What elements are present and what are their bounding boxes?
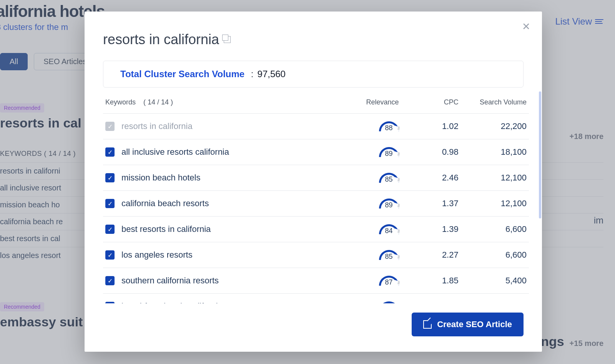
checkbox[interactable]: ✓: [105, 250, 115, 260]
col-keywords-count: ( 14 / 14 ): [143, 98, 173, 106]
cpc-value: 2.27: [401, 242, 461, 268]
relevance-gauge: 89: [379, 196, 399, 208]
edit-icon: [423, 320, 432, 329]
scrollbar-thumb[interactable]: [539, 91, 541, 218]
volume-value: 6,600: [461, 217, 529, 242]
cpc-value: 1.37: [401, 191, 461, 217]
cluster-detail-modal: ✕ resorts in california Total Cluster Se…: [85, 12, 542, 352]
modal-footer: Create SEO Article: [85, 303, 542, 352]
keyword-text: southern california resorts: [121, 276, 219, 286]
modal-title: resorts in california: [103, 31, 219, 48]
volume-value: 6,600: [461, 242, 529, 268]
cpc-value: 1.02: [401, 114, 461, 139]
create-seo-article-button[interactable]: Create SEO Article: [412, 313, 524, 336]
cpc-value: 0.98: [401, 139, 461, 165]
checkbox[interactable]: ✓: [105, 302, 115, 303]
keyword-text: all inclusive resorts california: [121, 147, 229, 157]
create-btn-label: Create SEO Article: [437, 319, 512, 329]
cpc-value: 2.46: [401, 165, 461, 191]
modal-header: resorts in california: [85, 12, 542, 51]
checkbox[interactable]: ✓: [105, 173, 115, 182]
cpc-value: 1.39: [401, 217, 461, 242]
relevance-gauge: 85: [379, 170, 399, 183]
col-cpc: CPC: [401, 91, 461, 114]
keyword-text: resorts in california: [121, 121, 193, 131]
total-volume-label: Total Cluster Search Volume: [120, 69, 244, 79]
total-volume-box: Total Cluster Search Volume : 97,560: [103, 61, 524, 88]
col-relevance: Relevance: [337, 91, 401, 114]
volume-value: 12,100: [461, 165, 529, 191]
relevance-gauge: 90: [379, 299, 399, 303]
keyword-text: beachfront hotels california: [121, 301, 223, 303]
checkbox[interactable]: ✓: [105, 147, 115, 157]
relevance-gauge: 85: [379, 248, 399, 260]
volume-value: 22,200: [461, 114, 529, 139]
keyword-text: mission beach hotels: [121, 173, 200, 183]
keyword-text: best resorts in california: [121, 224, 211, 234]
keyword-table-wrapper: Keywords ( 14 / 14 ) Relevance CPC Searc…: [85, 91, 542, 303]
relevance-gauge: 84: [379, 222, 399, 234]
checkbox: ✓: [105, 122, 115, 131]
cpc-value: 1.85: [401, 268, 461, 294]
relevance-gauge: 87: [379, 273, 399, 286]
table-row: ✓all inclusive resorts california890.981…: [103, 139, 529, 165]
volume-value: 18,100: [461, 139, 529, 165]
keyword-text: los angeles resorts: [121, 250, 193, 260]
volume-value: 5,400: [461, 268, 529, 294]
table-row: ✓beachfront hotels california901.304,400: [103, 294, 529, 304]
table-row: ✓best resorts in california841.396,600: [103, 217, 529, 242]
table-row: ✓resorts in california881.0222,200: [103, 114, 529, 139]
keyword-text: california beach resorts: [121, 199, 209, 208]
volume-value: 4,400: [461, 294, 529, 304]
relevance-gauge: 88: [379, 119, 399, 131]
copy-icon[interactable]: [224, 36, 231, 43]
volume-value: 12,100: [461, 191, 529, 217]
col-volume: Search Volume: [461, 91, 529, 114]
close-icon[interactable]: ✕: [522, 22, 530, 31]
cpc-value: 1.30: [401, 294, 461, 304]
relevance-gauge: 89: [379, 145, 399, 157]
table-row: ✓southern california resorts871.855,400: [103, 268, 529, 294]
keyword-table: Keywords ( 14 / 14 ) Relevance CPC Searc…: [103, 91, 529, 303]
checkbox[interactable]: ✓: [105, 199, 115, 208]
col-keywords: Keywords: [105, 98, 136, 106]
checkbox[interactable]: ✓: [105, 225, 115, 234]
table-row: ✓california beach resorts891.3712,100: [103, 191, 529, 217]
table-row: ✓mission beach hotels852.4612,100: [103, 165, 529, 191]
table-row: ✓los angeles resorts852.276,600: [103, 242, 529, 268]
total-volume-value: 97,560: [258, 69, 286, 79]
scrollbar[interactable]: [539, 91, 541, 303]
checkbox[interactable]: ✓: [105, 276, 115, 285]
